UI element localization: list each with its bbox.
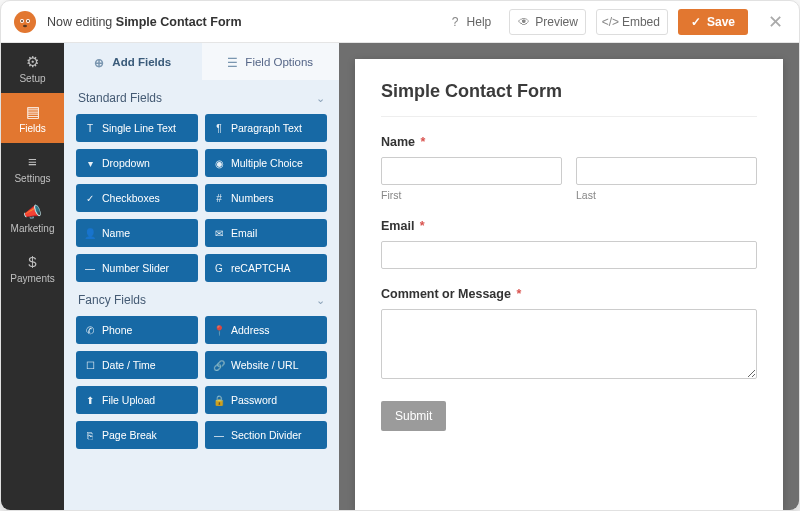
field-type-label: File Upload bbox=[102, 394, 155, 406]
field-type-button[interactable]: ◉Multiple Choice bbox=[205, 149, 327, 177]
required-mark: * bbox=[516, 287, 521, 301]
radio-icon: ◉ bbox=[213, 157, 225, 169]
field-type-button[interactable]: ¶Paragraph Text bbox=[205, 114, 327, 142]
rail-item-payments[interactable]: $Payments bbox=[1, 243, 64, 293]
rail-item-fields[interactable]: ▤Fields bbox=[1, 93, 64, 143]
comment-textarea[interactable] bbox=[381, 309, 757, 379]
upload-icon: ⬆ bbox=[84, 394, 96, 406]
group-header[interactable]: Standard Fields⌄ bbox=[76, 80, 327, 114]
field-type-label: Address bbox=[231, 324, 270, 336]
last-name-input[interactable] bbox=[576, 157, 757, 185]
field-email[interactable]: Email * bbox=[381, 219, 757, 269]
field-type-button[interactable]: 🔗Website / URL bbox=[205, 351, 327, 379]
field-type-button[interactable]: GreCAPTCHA bbox=[205, 254, 327, 282]
layout-icon: ▤ bbox=[24, 103, 42, 121]
pin-icon: 📍 bbox=[213, 324, 225, 336]
field-name[interactable]: Name * First Last bbox=[381, 135, 757, 201]
last-sublabel: Last bbox=[576, 189, 757, 201]
first-sublabel: First bbox=[381, 189, 562, 201]
field-type-label: Number Slider bbox=[102, 262, 169, 274]
add-icon: ⊕ bbox=[94, 56, 106, 68]
editing-label: Now editing Simple Contact Form bbox=[47, 15, 242, 29]
field-comment[interactable]: Comment or Message * bbox=[381, 287, 757, 383]
user-icon: 👤 bbox=[84, 227, 96, 239]
link-icon: 🔗 bbox=[213, 359, 225, 371]
rail-label: Settings bbox=[14, 173, 50, 184]
check-icon: ✓ bbox=[84, 192, 96, 204]
email-input[interactable] bbox=[381, 241, 757, 269]
close-button[interactable]: ✕ bbox=[763, 10, 787, 34]
text-icon: T bbox=[84, 122, 96, 134]
save-label: Save bbox=[707, 15, 735, 29]
paragraph-icon: ¶ bbox=[213, 122, 225, 134]
preview-label: Preview bbox=[535, 15, 578, 29]
check-icon: ✓ bbox=[691, 15, 701, 29]
save-button[interactable]: ✓ Save bbox=[678, 9, 748, 35]
canvas-wrap: Simple Contact Form Name * First Las bbox=[339, 43, 799, 510]
rail-label: Setup bbox=[19, 73, 45, 84]
field-type-label: Password bbox=[231, 394, 277, 406]
help-icon: ? bbox=[449, 15, 462, 28]
group-title: Fancy Fields bbox=[78, 293, 146, 307]
hash-icon: # bbox=[213, 192, 225, 204]
calendar-icon: ☐ bbox=[84, 359, 96, 371]
topbar: Now editing Simple Contact Form ? Help 👁… bbox=[1, 1, 799, 43]
gear-icon: ⚙ bbox=[24, 53, 42, 71]
field-type-button[interactable]: 🔒Password bbox=[205, 386, 327, 414]
code-icon: </> bbox=[604, 15, 617, 28]
rail-label: Fields bbox=[19, 123, 46, 134]
rail-item-settings[interactable]: ≡Settings bbox=[1, 143, 64, 193]
eye-icon: 👁 bbox=[517, 15, 530, 28]
field-type-button[interactable]: ✉Email bbox=[205, 219, 327, 247]
field-type-button[interactable]: 📍Address bbox=[205, 316, 327, 344]
rail-item-setup[interactable]: ⚙Setup bbox=[1, 43, 64, 93]
field-type-label: Name bbox=[102, 227, 130, 239]
tab-label: Add Fields bbox=[112, 56, 171, 68]
submit-button[interactable]: Submit bbox=[381, 401, 446, 431]
group-header[interactable]: Fancy Fields⌄ bbox=[76, 282, 327, 316]
embed-button[interactable]: </> Embed bbox=[596, 9, 668, 35]
field-type-label: Website / URL bbox=[231, 359, 299, 371]
chevron-down-icon: ⌄ bbox=[316, 294, 325, 307]
field-type-label: Email bbox=[231, 227, 257, 239]
field-grid: TSingle Line Text¶Paragraph Text▾Dropdow… bbox=[76, 114, 327, 282]
field-type-label: Multiple Choice bbox=[231, 157, 303, 169]
required-mark: * bbox=[420, 219, 425, 233]
field-type-button[interactable]: ⎘Page Break bbox=[76, 421, 198, 449]
preview-button[interactable]: 👁 Preview bbox=[509, 9, 586, 35]
field-type-label: Page Break bbox=[102, 429, 157, 441]
dropdown-icon: ▾ bbox=[84, 157, 96, 169]
page-icon: ⎘ bbox=[84, 429, 96, 441]
comment-label: Comment or Message * bbox=[381, 287, 757, 301]
field-type-button[interactable]: 👤Name bbox=[76, 219, 198, 247]
app-root: Now editing Simple Contact Form ? Help 👁… bbox=[0, 0, 800, 511]
field-type-label: Dropdown bbox=[102, 157, 150, 169]
field-type-button[interactable]: ✆Phone bbox=[76, 316, 198, 344]
lock-icon: 🔒 bbox=[213, 394, 225, 406]
svg-point-0 bbox=[14, 11, 36, 33]
tab-label: Field Options bbox=[245, 56, 313, 68]
field-type-button[interactable]: —Section Divider bbox=[205, 421, 327, 449]
megaphone-icon: 📣 bbox=[24, 203, 42, 221]
field-type-button[interactable]: ☐Date / Time bbox=[76, 351, 198, 379]
first-name-input[interactable] bbox=[381, 157, 562, 185]
field-type-button[interactable]: ✓Checkboxes bbox=[76, 184, 198, 212]
field-grid: ✆Phone📍Address☐Date / Time🔗Website / URL… bbox=[76, 316, 327, 449]
form-canvas[interactable]: Simple Contact Form Name * First Las bbox=[355, 59, 783, 510]
field-type-button[interactable]: #Numbers bbox=[205, 184, 327, 212]
editing-prefix: Now editing bbox=[47, 15, 116, 29]
embed-label: Embed bbox=[622, 15, 660, 29]
help-button[interactable]: ? Help bbox=[441, 9, 500, 35]
tab-add[interactable]: ⊕Add Fields bbox=[64, 43, 202, 80]
panel-tabs: ⊕Add Fields☰Field Options bbox=[64, 43, 339, 80]
form-title: Simple Contact Form bbox=[381, 81, 757, 117]
tab-options[interactable]: ☰Field Options bbox=[202, 43, 340, 80]
field-type-button[interactable]: —Number Slider bbox=[76, 254, 198, 282]
field-type-button[interactable]: TSingle Line Text bbox=[76, 114, 198, 142]
panel-body[interactable]: Standard Fields⌄TSingle Line Text¶Paragr… bbox=[64, 80, 339, 510]
field-type-button[interactable]: ▾Dropdown bbox=[76, 149, 198, 177]
rail-item-marketing[interactable]: 📣Marketing bbox=[1, 193, 64, 243]
group-title: Standard Fields bbox=[78, 91, 162, 105]
field-type-button[interactable]: ⬆File Upload bbox=[76, 386, 198, 414]
close-icon: ✕ bbox=[768, 11, 783, 33]
